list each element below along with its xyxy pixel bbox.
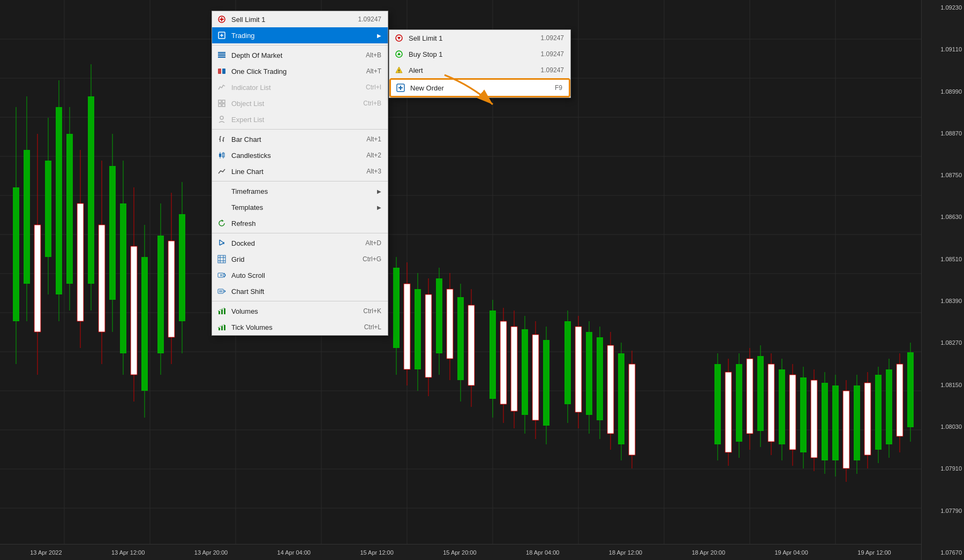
auto-scroll-item[interactable]: Auto Scroll: [212, 267, 388, 283]
object-list-item[interactable]: Object List Ctrl+B: [212, 95, 388, 111]
arrow-annotation: [439, 70, 503, 115]
svg-rect-144: [218, 55, 225, 56]
svg-marker-163: [222, 220, 224, 222]
context-menu: Sell Limit 1 1.09247 Trading ▶ Depth Of …: [212, 11, 388, 336]
templates-arrow: ▶: [377, 205, 381, 210]
sub-buy-stop-item[interactable]: Buy Stop 1 1.09247: [389, 46, 570, 62]
svg-rect-106: [757, 356, 764, 431]
candlesticks-item[interactable]: Candlesticks Alt+2: [212, 147, 388, 163]
time-label-8: 18 Apr 12:00: [609, 549, 642, 556]
svg-rect-186: [224, 308, 225, 314]
sell-limit-sub-icon: [394, 33, 404, 43]
svg-rect-118: [822, 383, 828, 460]
expert-icon: [216, 114, 227, 125]
svg-rect-187: [219, 328, 220, 330]
price-label-2: 1.09110: [924, 46, 962, 52]
one-click-icon: [216, 66, 227, 77]
time-axis: 13 Apr 2022 13 Apr 12:00 13 Apr 20:00 14…: [0, 544, 921, 560]
svg-rect-82: [543, 340, 549, 426]
refresh-label: Refresh: [231, 220, 381, 228]
sub-sell-limit-item[interactable]: Sell Limit 1 1.09247: [389, 30, 570, 46]
trading-arrow: ▶: [377, 33, 381, 39]
svg-rect-146: [218, 69, 221, 74]
price-label-11: 1.08030: [924, 423, 962, 430]
depth-of-market-item[interactable]: Depth Of Market Alt+B: [212, 47, 388, 63]
svg-rect-120: [832, 385, 839, 460]
time-label-3: 13 Apr 20:00: [194, 549, 228, 556]
svg-rect-36: [77, 203, 84, 321]
time-label-10: 19 Apr 04:00: [774, 549, 808, 556]
templates-label: Templates: [231, 203, 373, 211]
svg-rect-50: [157, 236, 164, 353]
svg-rect-46: [131, 246, 137, 375]
trading-icon: [216, 30, 227, 41]
svg-rect-48: [141, 257, 148, 391]
object-icon: [216, 98, 227, 109]
grid-label: Grid: [231, 255, 356, 263]
timeframes-item[interactable]: Timeframes ▶: [212, 183, 388, 199]
svg-rect-151: [222, 104, 225, 107]
one-click-label: One Click Trading: [231, 67, 360, 75]
price-label-13: 1.07790: [924, 508, 962, 514]
tick-volumes-icon: [216, 322, 227, 332]
grid-item[interactable]: Grid Ctrl+G: [212, 251, 388, 267]
templates-item[interactable]: Templates ▶: [212, 199, 388, 215]
price-label-6: 1.08630: [924, 214, 962, 220]
svg-rect-28: [34, 225, 41, 332]
one-click-trading-item[interactable]: One Click Trading Alt+T: [212, 63, 388, 79]
candlesticks-icon: [216, 150, 227, 161]
svg-rect-44: [120, 203, 126, 353]
line-chart-item[interactable]: Line Chart Alt+3: [212, 163, 388, 179]
svg-rect-88: [586, 332, 592, 415]
svg-rect-126: [864, 383, 871, 455]
svg-rect-52: [168, 241, 175, 337]
volumes-label: Volumes: [231, 307, 357, 315]
svg-rect-150: [219, 104, 221, 107]
timeframes-arrow: ▶: [377, 188, 381, 194]
bar-chart-item[interactable]: Bar Chart Alt+1: [212, 131, 388, 147]
svg-rect-145: [218, 57, 225, 58]
trading-item[interactable]: Trading ▶: [212, 27, 388, 43]
chart-shift-label: Chart Shift: [231, 287, 381, 296]
price-label-12: 1.07910: [924, 465, 962, 472]
sell-limit-top-item[interactable]: Sell Limit 1 1.09247: [212, 11, 388, 27]
svg-rect-66: [447, 289, 453, 359]
bar-chart-shortcut: Alt+1: [366, 135, 381, 143]
refresh-item[interactable]: Refresh: [212, 215, 388, 231]
svg-rect-84: [564, 321, 571, 404]
chart-shift-item[interactable]: Chart Shift: [212, 283, 388, 299]
svg-rect-184: [219, 311, 220, 314]
svg-marker-191: [397, 37, 401, 40]
dom-shortcut: Alt+B: [366, 51, 381, 59]
buy-stop-icon: [394, 49, 404, 59]
svg-rect-80: [532, 335, 539, 420]
separator-5: [212, 301, 388, 301]
indicator-list-item[interactable]: Indicator List Ctrl+I: [212, 79, 388, 95]
svg-rect-189: [224, 325, 225, 330]
svg-rect-148: [219, 100, 221, 103]
time-label-5: 15 Apr 12:00: [360, 549, 393, 556]
tick-volumes-item[interactable]: Tick Volumes Ctrl+L: [212, 319, 388, 335]
timeframes-label: Timeframes: [231, 187, 373, 195]
svg-rect-24: [13, 187, 19, 321]
expert-list-item[interactable]: Expert List: [212, 111, 388, 127]
svg-line-165: [220, 240, 224, 243]
docked-label: Docked: [231, 239, 359, 247]
svg-rect-134: [907, 352, 914, 427]
docked-item[interactable]: Docked Alt+D: [212, 235, 388, 251]
volumes-item[interactable]: Volumes Ctrl+K: [212, 303, 388, 319]
svg-rect-94: [618, 353, 624, 444]
time-label-6: 15 Apr 20:00: [443, 549, 476, 556]
candlesticks-label: Candlesticks: [231, 152, 360, 160]
svg-rect-160: [219, 154, 221, 157]
time-label-9: 18 Apr 20:00: [692, 549, 725, 556]
sell-limit-label: Sell Limit 1: [231, 16, 352, 24]
sell-limit-value: 1.09247: [358, 16, 381, 23]
price-label-3: 1.08990: [924, 88, 962, 95]
line-chart-shortcut: Alt+3: [366, 168, 381, 175]
svg-rect-98: [714, 364, 721, 444]
indicator-shortcut: Ctrl+I: [366, 84, 381, 91]
svg-line-183: [224, 291, 225, 292]
dom-icon: [216, 50, 227, 60]
sub-new-order-shortcut: F9: [555, 84, 562, 92]
